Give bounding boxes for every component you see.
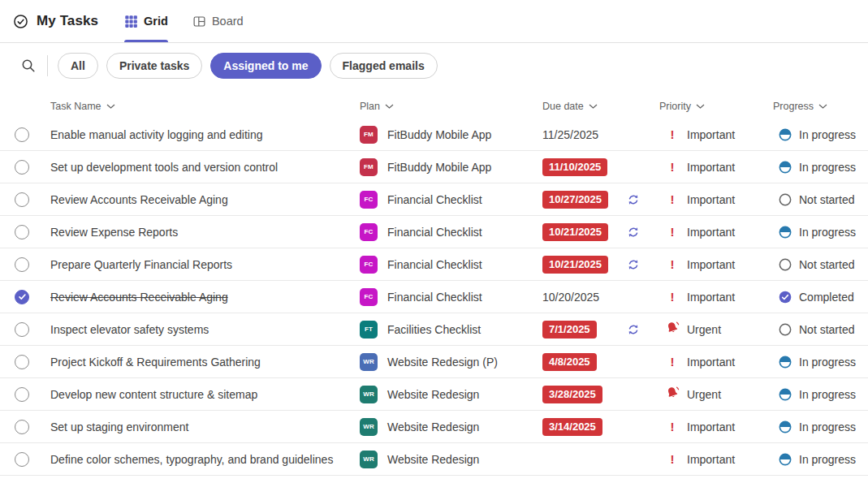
column-header-task-name[interactable]: Task Name xyxy=(39,101,360,112)
task-checkbox[interactable] xyxy=(15,127,29,142)
plan-icon: FM xyxy=(360,126,378,144)
plan-icon: WR xyxy=(360,418,378,436)
plan-icon: FM xyxy=(360,158,378,176)
not-started-icon xyxy=(779,258,792,271)
important-icon: ! xyxy=(671,161,675,173)
priority-label: Important xyxy=(687,420,735,433)
task-name: Set up staging environment xyxy=(50,420,188,433)
column-header-due-date[interactable]: Due date xyxy=(542,101,659,112)
not-started-icon xyxy=(779,193,792,206)
tab-board[interactable]: Board xyxy=(192,0,244,42)
completed-icon xyxy=(779,291,792,304)
in-progress-icon xyxy=(779,226,792,239)
task-name: Review Accounts Receivable Aging xyxy=(50,291,228,304)
plan-name: Financial Checklist xyxy=(387,291,482,304)
progress-label: Not started xyxy=(799,258,854,271)
task-table-body: Enable manual activity logging and editi… xyxy=(0,119,868,476)
task-checkbox[interactable] xyxy=(15,160,29,175)
tab-grid[interactable]: Grid xyxy=(124,0,168,42)
column-label: Due date xyxy=(542,101,584,112)
task-row[interactable]: Review Accounts Receivable Aging FC Fina… xyxy=(0,281,868,313)
task-checkbox[interactable] xyxy=(15,420,29,434)
progress-icon xyxy=(778,420,792,434)
task-row[interactable]: Set up staging environment WR Website Re… xyxy=(0,411,868,443)
column-label: Task Name xyxy=(50,101,101,112)
plan-abbr: FM xyxy=(364,163,374,170)
important-icon: ! xyxy=(671,258,675,270)
plan-icon: WR xyxy=(360,386,378,403)
column-header-priority[interactable]: Priority xyxy=(659,101,773,112)
task-row[interactable]: Project Kickoff & Requirements Gathering… xyxy=(0,346,868,378)
task-checkbox[interactable] xyxy=(15,290,29,304)
task-row[interactable]: Define color schemes, typography, and br… xyxy=(0,443,868,476)
column-header-plan[interactable]: Plan xyxy=(360,101,542,112)
priority-label: Important xyxy=(687,128,735,141)
check-icon xyxy=(18,292,27,301)
priority-label: Important xyxy=(687,226,735,239)
plan-icon: FC xyxy=(360,223,378,241)
chevron-down-icon xyxy=(589,104,598,110)
task-row[interactable]: Set up development tools and version con… xyxy=(0,151,868,183)
filter-bar: AllPrivate tasksAssigned to meFlagged em… xyxy=(0,43,868,88)
plan-name: Website Redesign xyxy=(387,453,479,466)
urgent-bell-icon xyxy=(666,386,680,403)
task-name: Define color schemes, typography, and br… xyxy=(50,453,333,466)
in-progress-icon xyxy=(779,356,792,369)
app-title-group: My Tasks xyxy=(13,13,98,29)
plan-name: Website Redesign xyxy=(387,420,479,433)
plan-abbr: WR xyxy=(363,455,374,463)
grid-icon xyxy=(124,15,138,28)
column-header-progress[interactable]: Progress xyxy=(773,101,868,112)
task-checkbox[interactable] xyxy=(15,452,29,467)
due-date: 10/21/2025 xyxy=(542,256,608,274)
task-row[interactable]: Inspect elevator safety systems FT Facil… xyxy=(0,313,868,346)
priority-label: Important xyxy=(687,193,735,206)
plan-icon: FC xyxy=(360,191,378,209)
task-name: Prepare Quarterly Financial Reports xyxy=(50,258,232,271)
search-button[interactable] xyxy=(16,54,41,78)
progress-label: In progress xyxy=(799,453,856,466)
progress-icon xyxy=(778,290,792,304)
filter-pill-flagged-emails[interactable]: Flagged emails xyxy=(330,53,438,79)
due-date: 7/1/2025 xyxy=(542,321,597,339)
plan-abbr: FC xyxy=(364,196,373,203)
my-tasks-icon xyxy=(13,14,28,29)
plan-name: Facilities Checklist xyxy=(387,323,481,336)
plan-name: Financial Checklist xyxy=(387,258,482,271)
progress-label: Completed xyxy=(799,291,854,304)
progress-icon xyxy=(778,192,792,207)
filter-pill-assigned-to-me[interactable]: Assigned to me xyxy=(210,53,321,79)
progress-label: In progress xyxy=(799,128,856,141)
due-date: 10/27/2025 xyxy=(542,191,608,209)
progress-icon xyxy=(778,322,792,337)
table-header-row: Task Name Plan Due date Priority Progres… xyxy=(0,88,868,119)
plan-abbr: FC xyxy=(364,293,373,300)
progress-icon xyxy=(778,387,792,402)
search-icon xyxy=(21,58,36,73)
task-checkbox[interactable] xyxy=(15,192,29,207)
task-row[interactable]: Develop new content structure & sitemap … xyxy=(0,378,868,411)
due-date: 3/28/2025 xyxy=(542,386,602,403)
task-name: Enable manual activity logging and editi… xyxy=(50,128,263,141)
divider xyxy=(47,55,48,76)
task-name: Review Accounts Receivable Aging xyxy=(50,193,228,206)
plan-abbr: WR xyxy=(363,423,374,430)
task-checkbox[interactable] xyxy=(15,322,29,337)
task-row[interactable]: Review Expense Reports FC Financial Chec… xyxy=(0,216,868,248)
task-checkbox[interactable] xyxy=(15,355,29,369)
priority-label: Urgent xyxy=(687,323,721,336)
task-row[interactable]: Prepare Quarterly Financial Reports FC F… xyxy=(0,248,868,281)
column-label: Plan xyxy=(360,101,380,112)
task-checkbox[interactable] xyxy=(15,225,29,239)
task-row[interactable]: Enable manual activity logging and editi… xyxy=(0,119,868,151)
task-name: Project Kickoff & Requirements Gathering xyxy=(50,356,261,369)
filter-pill-all[interactable]: All xyxy=(58,53,98,79)
task-checkbox[interactable] xyxy=(15,257,29,272)
progress-icon xyxy=(778,452,792,467)
plan-abbr: FM xyxy=(364,131,374,138)
filter-pill-private-tasks[interactable]: Private tasks xyxy=(106,53,202,79)
progress-label: In progress xyxy=(799,420,856,433)
task-row[interactable]: Review Accounts Receivable Aging FC Fina… xyxy=(0,183,868,216)
task-checkbox[interactable] xyxy=(15,387,29,402)
progress-icon xyxy=(778,127,792,142)
